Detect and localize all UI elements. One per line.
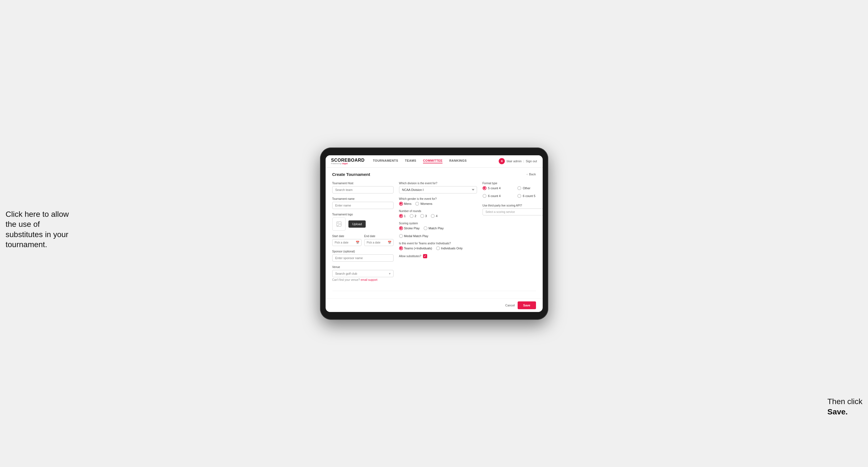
save-button[interactable]: Save [518,302,536,309]
round-4[interactable]: 4 [431,214,437,218]
avatar: B [499,158,505,164]
format-5count4-radio[interactable] [483,186,487,190]
gender-mens-radio[interactable] [399,202,403,206]
division-section: Which division is the event for? NCAA Di… [399,182,477,193]
format-other[interactable]: Other [517,186,543,190]
scoring-system-label: Scoring system [399,222,477,225]
form-left-col: Tournament Host Tournament name Tourname… [332,182,394,285]
substitutes-label: Allow substitutes? [399,255,421,258]
round-2-radio[interactable] [410,214,413,218]
teams-radio-group: Teams (+Individuals) Individuals Only [399,246,477,250]
logo-sub: Powered by clippd [331,162,365,164]
venue-input[interactable] [332,270,394,277]
form-divider [332,291,536,291]
start-date-wrap: 📅 [332,239,362,246]
scoring-stroke[interactable]: Stroke Play [399,226,420,230]
nav-committee[interactable]: COMMITTEE [423,159,443,163]
venue-email-link[interactable]: email support [361,278,377,281]
calendar-end-icon: 📅 [388,241,392,244]
signout-link[interactable]: Sign out [526,159,537,163]
format-other-radio[interactable] [517,186,521,190]
scoring-match-radio[interactable] [424,226,428,230]
scoring-medal-radio[interactable] [399,234,403,238]
format-6count4-radio[interactable] [483,194,487,198]
gender-womens-radio[interactable] [415,202,419,206]
format-type-section: Format type 5 count 4 Other [483,182,543,200]
page-header: Create Tournament ‹ Back [332,172,536,177]
individuals-radio[interactable] [436,246,440,250]
round-4-radio[interactable] [431,214,435,218]
back-arrow-icon: ‹ [527,173,528,176]
back-button[interactable]: ‹ Back [527,173,536,176]
page-title: Create Tournament [332,172,370,177]
annotation-right: Then click Save. [827,397,862,417]
calendar-icon: 📅 [356,241,360,244]
scoring-api-label: Use third-party live scoring API? [483,204,543,207]
round-3-radio[interactable] [420,214,424,218]
format-6count5[interactable]: 6 count 5 [517,194,543,198]
nav-tournaments[interactable]: TOURNAMENTS [373,159,398,163]
sponsor-input[interactable] [332,254,394,261]
gender-womens[interactable]: Womens [415,202,432,206]
venue-section: Venue ▼ Can't find your venue? email sup… [332,266,394,281]
scoring-system-section: Scoring system Stroke Play Match Play [399,222,477,238]
scoring-match[interactable]: Match Play [424,226,443,230]
tournament-host-input[interactable] [332,186,394,193]
tournament-logo-section: Tournament logo Upload [332,213,394,231]
tournament-name-label: Tournament name [332,197,394,200]
substitutes-checkbox[interactable]: ✓ [423,254,427,258]
tablet-screen: SCOREBOARD Powered by clippd TOURNAMENTS… [326,155,543,312]
teams-plus-individuals[interactable]: Teams (+Individuals) [399,246,432,250]
date-section: Start date 📅 End date 📅 [332,235,394,246]
rounds-section: Number of rounds 1 2 [399,210,477,218]
substitutes-section: Allow substitutes? ✓ [399,254,477,258]
scoring-stroke-radio[interactable] [399,226,403,230]
end-date-section: End date 📅 [364,235,394,246]
round-2[interactable]: 2 [410,214,416,218]
format-type-label: Format type [483,182,543,185]
rounds-label: Number of rounds [399,210,477,213]
logo-placeholder-icon [332,217,346,231]
upload-button[interactable]: Upload [348,220,366,228]
format-6count4[interactable]: 6 count 4 [483,194,515,198]
scoring-api-select[interactable]: Select a scoring service [483,209,543,215]
end-date-label: End date [364,235,394,238]
teams-section: Is this event for Teams and/or Individua… [399,242,477,250]
scoring-api-section: Use third-party live scoring API? Select… [483,204,543,215]
svg-point-1 [338,223,338,223]
round-3[interactable]: 3 [420,214,427,218]
annotation-left: Click here to allow the use of substitut… [6,209,72,250]
teams-radio[interactable] [399,246,403,250]
round-1[interactable]: 1 [399,214,406,218]
end-date-wrap: 📅 [364,239,394,246]
nav-user: B blair admin | Sign out [499,158,537,164]
round-1-radio[interactable] [399,214,403,218]
tournament-host-section: Tournament Host [332,182,394,193]
venue-dropdown-icon: ▼ [389,272,391,275]
format-6count5-radio[interactable] [517,194,521,198]
scoring-radio-group: Stroke Play Match Play Medal Match Play [399,226,477,238]
tablet-device: SCOREBOARD Powered by clippd TOURNAMENTS… [320,148,548,320]
start-date-section: Start date 📅 [332,235,362,246]
nav-teams[interactable]: TEAMS [405,159,416,163]
nav-rankings[interactable]: RANKINGS [449,159,467,163]
form-mid-col: Which division is the event for? NCAA Di… [399,182,477,285]
sponsor-section: Sponsor (optional) [332,250,394,261]
individuals-only[interactable]: Individuals Only [436,246,463,250]
cancel-button[interactable]: Cancel [505,304,515,307]
form-right-col: Format type 5 count 4 Other [483,182,543,285]
tournament-host-label: Tournament Host [332,182,394,185]
nav-links: TOURNAMENTS TEAMS COMMITTEE RANKINGS [373,159,490,163]
scoring-medal[interactable]: Medal Match Play [399,234,428,238]
tournament-logo-label: Tournament logo [332,213,394,216]
venue-hint: Can't find your venue? email support [332,278,394,281]
rounds-radio-group: 1 2 3 4 [399,214,477,218]
page-footer: Cancel Save [326,298,543,312]
format-5count4[interactable]: 5 count 4 [483,186,515,190]
logo-main: SCOREBOARD [331,158,365,162]
tournament-name-input[interactable] [332,202,394,209]
gender-mens[interactable]: Mens [399,202,412,206]
navbar: SCOREBOARD Powered by clippd TOURNAMENTS… [326,155,543,167]
teams-label: Is this event for Teams and/or Individua… [399,242,477,245]
division-select[interactable]: NCAA Division I [399,186,477,193]
